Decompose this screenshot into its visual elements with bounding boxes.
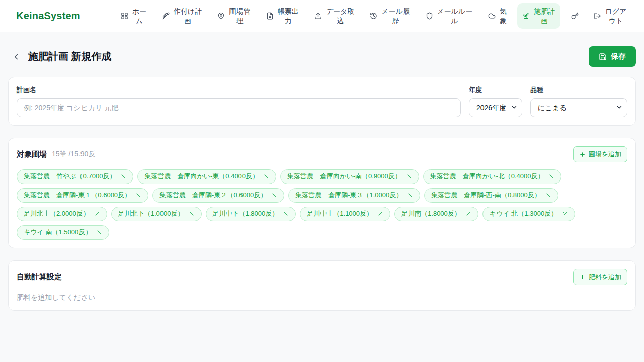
nav-item-label: データ取込	[326, 7, 355, 26]
field-tag-label: 集落営農 倉庫向かい-東（0.4000反）	[144, 172, 259, 181]
fertilizer-empty-text: 肥料を追加してください	[17, 293, 627, 302]
remove-field-icon[interactable]	[283, 211, 289, 217]
field-tag: 集落営農 倉庫向かい-北（0.4000反）	[423, 169, 562, 184]
field-tag-label: 集落営農 倉庫隣-西-南（0.8000反）	[431, 191, 540, 200]
nav-item-label: ホーム	[132, 7, 147, 26]
document-icon	[266, 12, 274, 20]
field-tag: キウイ 南（1.5000反）	[17, 225, 109, 240]
add-field-button-label: 圃場を追加	[589, 150, 621, 159]
field-tag: 集落営農 倉庫隣-東２（0.6000反）	[152, 188, 284, 203]
field-tag-label: 足川中下（1.8000反）	[213, 210, 279, 218]
year-label: 年度	[469, 85, 522, 95]
nav-item-logout[interactable]: ログアウト	[589, 3, 632, 29]
plan-name-input[interactable]	[17, 98, 461, 117]
nav-item-fertilization-plan[interactable]: 施肥計画	[517, 3, 560, 29]
nav-item-label: メール履歴	[381, 7, 410, 26]
nav-item-report-output[interactable]: 帳票出力	[261, 3, 304, 29]
remove-field-icon[interactable]	[135, 192, 141, 198]
remove-field-icon[interactable]	[406, 173, 412, 179]
remove-field-icon[interactable]	[189, 211, 195, 217]
remove-field-icon[interactable]	[548, 173, 554, 179]
page-header: 施肥計画 新規作成 保存	[0, 32, 644, 77]
field-tag: 集落営農 倉庫隣-東１（0.6000反）	[17, 188, 148, 203]
page-title: 施肥計画 新規作成	[28, 50, 112, 63]
field-tag-label: 足川中上（1.1000反）	[307, 210, 373, 218]
nav-item-field-management[interactable]: 圃場管理	[212, 3, 256, 29]
plan-form-card: 計画名 年度 2026年度 品種 にこまる	[8, 77, 636, 126]
nav-item-label: 気象	[499, 7, 507, 26]
field-tag-label: 集落営農 竹やぶ（0.7000反）	[24, 172, 116, 181]
grid-icon	[121, 12, 128, 20]
field-tag: 集落営農 倉庫向かい-南（0.9000反）	[280, 169, 419, 184]
nav-item-key[interactable]	[566, 9, 584, 23]
field-tag: 足川南（1.8000反）	[394, 207, 478, 221]
remove-field-icon[interactable]	[562, 211, 568, 217]
remove-field-icon[interactable]	[120, 173, 126, 179]
field-tag: 足川中下（1.8000反）	[206, 207, 296, 221]
nav-item-label: メールルール	[437, 7, 473, 26]
field-tag: 集落営農 倉庫向かい-東（0.4000反）	[137, 169, 276, 184]
nav-item-label: ログアウト	[605, 7, 627, 26]
key-icon	[571, 12, 579, 20]
remove-field-icon[interactable]	[96, 229, 102, 235]
field-tag-label: キウイ 南（1.5000反）	[24, 228, 92, 237]
variety-select[interactable]: にこまる	[530, 98, 627, 117]
field-tag-label: キウイ 北（1.3000反）	[490, 210, 557, 218]
nav-item-label: 作付け計画	[173, 7, 202, 26]
cloud-icon	[488, 12, 496, 20]
nav-item-weather[interactable]: 気象	[483, 3, 512, 29]
logout-icon	[594, 12, 601, 20]
map-pin-icon	[217, 12, 225, 20]
field-tag: 集落営農 倉庫隣-東３（1.0000反）	[288, 188, 420, 203]
target-fields-summary: 15筆 /15.90反	[52, 150, 95, 159]
remove-field-icon[interactable]	[271, 192, 277, 198]
year-select[interactable]: 2026年度	[469, 98, 522, 117]
field-tag: 集落営農 竹やぶ（0.7000反）	[17, 169, 133, 184]
field-tag-label: 足川南（1.8000反）	[401, 210, 461, 218]
nav-item-mail-history[interactable]: メール履歴	[365, 3, 415, 29]
remove-field-icon[interactable]	[377, 211, 383, 217]
field-tag: 足川北上（2.0000反）	[17, 207, 107, 221]
field-tag: キウイ 北（1.3000反）	[482, 207, 575, 221]
field-tag-label: 集落営農 倉庫隣-東３（1.0000反）	[295, 191, 403, 200]
remove-field-icon[interactable]	[465, 211, 471, 217]
field-tag-label: 足川北上（2.0000反）	[24, 210, 90, 218]
save-button-label: 保存	[611, 52, 626, 61]
top-navigation: KeinaSystem ホーム 作付け計画 圃場管理 帳票出力	[0, 0, 644, 32]
nav-item-label: 圃場管理	[228, 7, 251, 26]
auto-calc-title: 自動計算設定	[17, 272, 62, 282]
field-tag-label: 集落営農 倉庫隣-東２（0.6000反）	[159, 191, 267, 200]
add-fertilizer-button[interactable]: 肥料を追加	[573, 269, 627, 285]
variety-label: 品種	[530, 85, 627, 95]
field-tag-label: 集落営農 倉庫隣-東１（0.6000反）	[24, 191, 131, 200]
back-button[interactable]	[8, 49, 24, 65]
add-field-button[interactable]: 圃場を追加	[573, 146, 627, 162]
remove-field-icon[interactable]	[545, 192, 551, 198]
remove-field-icon[interactable]	[407, 192, 413, 198]
nav-item-home[interactable]: ホーム	[116, 3, 152, 29]
field-tag-label: 集落営農 倉庫向かい-南（0.9000反）	[287, 172, 401, 181]
target-fields-title: 対象圃場	[17, 150, 47, 159]
field-tag: 足川北下（1.0000反）	[111, 207, 202, 221]
brand-logo[interactable]: KeinaSystem	[16, 10, 80, 22]
nav-item-mail-rules[interactable]: メールルール	[421, 3, 478, 29]
nav-item-planting-plan[interactable]: 作付け計画	[157, 3, 207, 29]
wheat-icon	[162, 12, 170, 20]
nav-item-data-import[interactable]: データ取込	[309, 3, 360, 29]
shield-icon	[426, 12, 433, 20]
remove-field-icon[interactable]	[263, 173, 269, 179]
plus-icon	[579, 274, 586, 280]
plan-name-label: 計画名	[17, 85, 461, 95]
chevron-left-icon	[12, 52, 21, 61]
save-button[interactable]: 保存	[589, 46, 636, 67]
field-tag: 足川中上（1.1000反）	[300, 207, 390, 221]
target-fields-card: 対象圃場 15筆 /15.90反 圃場を追加 集落営農 竹やぶ（0.7000反）…	[8, 138, 636, 248]
add-fertilizer-button-label: 肥料を追加	[589, 273, 621, 282]
auto-calc-card: 自動計算設定 肥料を追加 肥料を追加してください	[8, 260, 636, 311]
nav-items: ホーム 作付け計画 圃場管理 帳票出力 データ取込	[116, 3, 632, 29]
field-tag: 集落営農 倉庫隣-西-南（0.8000反）	[424, 188, 558, 203]
upload-icon	[314, 12, 322, 20]
save-icon	[599, 53, 607, 61]
remove-field-icon[interactable]	[94, 211, 100, 217]
sprout-icon	[522, 12, 530, 20]
